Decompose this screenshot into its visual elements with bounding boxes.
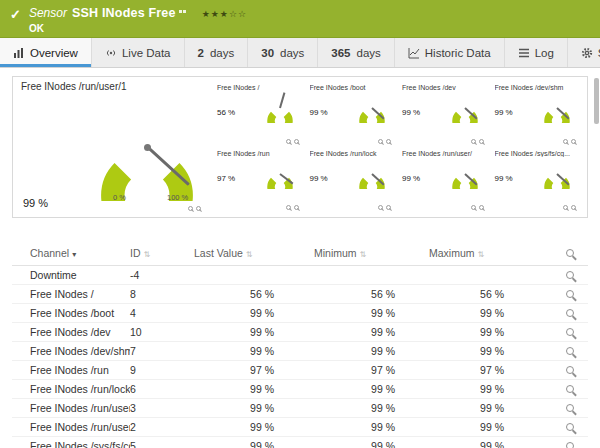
column-header-label: Maximum xyxy=(429,247,475,259)
magnifier-icon[interactable] xyxy=(378,139,383,144)
magnifier-icon[interactable] xyxy=(471,205,476,210)
magnifier-icon[interactable] xyxy=(386,205,391,210)
tab-label: Log xyxy=(535,47,554,59)
tab-label-number: 365 xyxy=(331,47,350,59)
magnifier-icon[interactable] xyxy=(563,139,568,144)
gauge-tile-run-user[interactable]: Free INodes /run/user/ 99 % xyxy=(398,147,491,213)
priority-stars[interactable]: ★★★☆☆ xyxy=(202,9,247,19)
magnifier-icon[interactable] xyxy=(188,206,193,211)
magnifier-icon[interactable] xyxy=(471,139,476,144)
cell-maximum: 97 % xyxy=(429,364,544,376)
cell-id: 5 xyxy=(130,440,194,448)
magnifier-icon[interactable] xyxy=(479,205,484,210)
magnifier-icon[interactable] xyxy=(196,206,201,211)
cell-maximum: 99 % xyxy=(429,440,544,448)
sort-icon: ⇅ xyxy=(144,250,151,259)
tab-historic-data[interactable]: Historic Data xyxy=(395,38,505,67)
gauge-tile-run[interactable]: Free INodes /run 97 % xyxy=(213,147,306,213)
cell-id: 3 xyxy=(130,402,194,414)
column-header-id[interactable]: ID⇅ xyxy=(130,247,194,259)
gauge-title: Free INodes / xyxy=(217,84,302,91)
tab-365-days[interactable]: 365 days xyxy=(318,38,394,67)
tab-label: Overview xyxy=(30,47,78,59)
table-row[interactable]: Free INodes /run/user/1 2 99 % 99 % 99 % xyxy=(12,418,588,437)
tab-label: Historic Data xyxy=(425,47,491,59)
cell-maximum: 99 % xyxy=(429,326,544,338)
cell-channel: Free INodes /run xyxy=(12,364,130,376)
gauge-title: Free INodes /sys/fs/cg... xyxy=(495,150,580,157)
column-header-last-value[interactable]: Last Value⇅ xyxy=(194,247,314,259)
table-row[interactable]: Free INodes /dev 10 99 % 99 % 99 % xyxy=(12,323,588,342)
table-row[interactable]: Free INodes / 8 56 % 56 % 56 % xyxy=(12,285,588,304)
table-row[interactable]: Free INodes /run 9 97 % 97 % 97 % xyxy=(12,361,588,380)
gauge-tile-run-lock[interactable]: Free INodes /run/lock 99 % xyxy=(306,147,399,213)
gear-icon xyxy=(581,47,593,59)
magnifier-icon[interactable] xyxy=(286,205,291,210)
column-header-minimum[interactable]: Minimum⇅ xyxy=(314,247,429,259)
gauge-title: Free INodes /run/user/ xyxy=(402,150,487,157)
sensor-note-icon xyxy=(179,10,186,13)
tab-2-days[interactable]: 2 days xyxy=(185,38,249,67)
column-header-maximum[interactable]: Maximum⇅ xyxy=(429,247,544,259)
table-row-downtime[interactable]: Downtime -4 xyxy=(12,266,588,285)
magnifier-icon[interactable] xyxy=(294,139,299,144)
small-gauge xyxy=(265,159,295,189)
sensor-title-block: Sensor SSH INodes Free ★★★☆☆ OK xyxy=(29,6,247,34)
tab-overview[interactable]: Overview xyxy=(0,38,92,67)
gauge-scale-max: 100 % xyxy=(167,193,188,202)
scrollbar-thumb[interactable] xyxy=(594,78,599,124)
magnifier-icon[interactable] xyxy=(566,423,574,431)
magnifier-icon[interactable] xyxy=(566,290,574,298)
magnifier-icon[interactable] xyxy=(566,328,574,336)
cell-minimum: 99 % xyxy=(314,307,429,319)
main-gauge-tile[interactable]: Free INodes /run/user/1 0 % 100 % 99 % xyxy=(21,81,209,213)
gauge-value: 99 % xyxy=(310,174,328,183)
magnifier-icon[interactable] xyxy=(566,271,574,279)
cell-id: 8 xyxy=(130,288,194,300)
table-row[interactable]: Free INodes /run/user/1 3 99 % 99 % 99 % xyxy=(12,399,588,418)
gauge-tile-sys-fs-cgroup[interactable]: Free INodes /sys/fs/cg... 99 % xyxy=(491,147,584,213)
gauge-tile-dev-shm[interactable]: Free INodes /dev/shm 99 % xyxy=(491,81,584,147)
magnifier-icon[interactable] xyxy=(479,139,484,144)
magnifier-icon[interactable] xyxy=(571,139,576,144)
chart-icon xyxy=(408,47,420,59)
tab-settings[interactable]: Settings xyxy=(568,38,600,67)
magnifier-icon[interactable] xyxy=(566,366,574,374)
tab-30-days[interactable]: 30 days xyxy=(248,38,318,67)
cell-last-value: 97 % xyxy=(194,364,314,376)
tab-log[interactable]: Log xyxy=(505,38,568,67)
gauge-tile-root[interactable]: Free INodes / 56 % xyxy=(213,81,306,147)
small-gauge xyxy=(357,159,387,189)
gauge-tile-dev[interactable]: Free INodes /dev 99 % xyxy=(398,81,491,147)
table-row[interactable]: Free INodes /sys/fs/cgr... 5 99 % 99 % 9… xyxy=(12,437,588,448)
small-gauge xyxy=(357,93,387,123)
column-header-channel[interactable]: Channel▾ xyxy=(12,247,130,259)
header-magnifier-icon[interactable] xyxy=(566,249,574,257)
magnifier-icon[interactable] xyxy=(566,404,574,412)
magnifier-icon[interactable] xyxy=(294,205,299,210)
sort-icon: ⇅ xyxy=(360,250,367,259)
cell-channel: Free INodes / xyxy=(12,288,130,300)
magnifier-icon[interactable] xyxy=(378,205,383,210)
magnifier-icon[interactable] xyxy=(566,385,574,393)
magnifier-icon[interactable] xyxy=(566,442,574,448)
cell-channel: Free INodes /run/user/1 xyxy=(12,402,130,414)
tab-label-unit: days xyxy=(210,47,234,59)
magnifier-icon[interactable] xyxy=(563,205,568,210)
magnifier-icon[interactable] xyxy=(566,309,574,317)
table-row[interactable]: Free INodes /boot 4 99 % 99 % 99 % xyxy=(12,304,588,323)
sensor-status-badge: OK xyxy=(29,23,247,34)
table-row[interactable]: Free INodes /dev/shm 7 99 % 99 % 99 % xyxy=(12,342,588,361)
magnifier-icon[interactable] xyxy=(386,139,391,144)
magnifier-icon[interactable] xyxy=(571,205,576,210)
tab-live-data[interactable]: Live Data xyxy=(92,38,185,67)
small-gauge xyxy=(450,93,480,123)
cell-maximum: 99 % xyxy=(429,345,544,357)
cell-id: 7 xyxy=(130,345,194,357)
gauge-title: Free INodes /dev xyxy=(402,84,487,91)
gauge-tile-boot[interactable]: Free INodes /boot 99 % xyxy=(306,81,399,147)
table-row[interactable]: Free INodes /run/lock 6 99 % 99 % 99 % xyxy=(12,380,588,399)
magnifier-icon[interactable] xyxy=(566,347,574,355)
magnifier-icon[interactable] xyxy=(286,139,291,144)
cell-minimum: 99 % xyxy=(314,345,429,357)
